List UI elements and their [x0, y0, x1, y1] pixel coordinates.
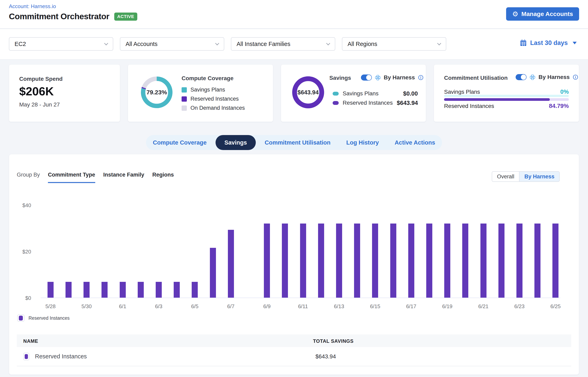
harness-logo-icon: [530, 74, 535, 80]
legend-label: Reserved Instances: [29, 316, 69, 321]
x-axis-label: 6/25: [550, 303, 561, 310]
bar-6/19: [444, 224, 450, 298]
savings-by-harness-toggle[interactable]: [361, 74, 372, 81]
chevron-down-icon: [215, 41, 219, 45]
chevron-down-icon: [326, 41, 330, 45]
reserved-instances-progress: [444, 98, 569, 101]
page-title: Commitment Orchestrator: [9, 12, 109, 21]
bar-6/9: [264, 224, 270, 298]
x-axis-label: 6/3: [155, 303, 162, 310]
date-range-picker[interactable]: Last 30 days: [520, 39, 577, 47]
bar-6/18: [426, 224, 432, 298]
info-icon[interactable]: [573, 74, 578, 80]
x-axis-label: 6/5: [191, 303, 198, 310]
y-axis-label: $40: [13, 202, 31, 209]
row-total-savings: $643.94: [315, 353, 336, 360]
chevron-down-icon: [437, 41, 441, 45]
x-axis-label: 6/11: [298, 303, 308, 310]
bar-6/24: [534, 224, 541, 298]
bar-6/23: [516, 224, 522, 298]
filter-select[interactable]: All Regions: [342, 37, 446, 51]
savings-donut: $643.94: [291, 75, 325, 109]
x-axis-label: 6/9: [263, 303, 271, 310]
summary-cards: Compute Spend $206K May 28 - Jun 27 79.2…: [9, 64, 579, 122]
x-axis-label: 6/15: [370, 303, 380, 310]
group-by-regions[interactable]: Regions: [152, 172, 174, 183]
utilisation-row: Savings Plans0%: [444, 88, 569, 95]
filter-select[interactable]: All Instance Families: [231, 37, 335, 51]
legend-checkbox[interactable]: [17, 314, 24, 322]
by-harness-label: By Harness: [538, 74, 570, 80]
x-axis-label: 6/13: [334, 303, 344, 310]
compute-coverage-card: 79.23% Compute Coverage Savings PlansRes…: [128, 64, 273, 122]
group-by-instance-family[interactable]: Instance Family: [103, 172, 144, 183]
bar-6/2: [138, 282, 144, 298]
group-by-row: Group By Commitment TypeInstance FamilyR…: [17, 172, 174, 183]
savings-title: Savings: [329, 75, 351, 81]
savings-legend-item: Reserved Instances$643.94: [333, 98, 418, 107]
savings-bar-chart: 5/285/306/16/36/56/76/96/116/136/156/176…: [41, 205, 560, 298]
compute-coverage-donut: 79.23%: [140, 75, 174, 109]
x-axis-label: 6/21: [478, 303, 488, 310]
status-badge: ACTIVE: [114, 12, 137, 21]
utilisation-by-harness-toggle[interactable]: [516, 74, 527, 80]
bar-6/20: [462, 224, 468, 298]
view-overall[interactable]: Overall: [492, 172, 519, 181]
bar-5/28: [47, 282, 54, 298]
tab-active-actions[interactable]: Active Actions: [395, 139, 435, 146]
chart-legend: Reserved Instances: [17, 314, 69, 322]
commitment-utilisation-card: Commitment Utilisation By Harness Saving…: [434, 64, 579, 122]
group-by-commitment-type[interactable]: Commitment Type: [48, 172, 95, 183]
compute-coverage-title: Compute Coverage: [182, 75, 233, 82]
bar-6/6: [210, 248, 216, 298]
tab-compute-coverage[interactable]: Compute Coverage: [153, 139, 207, 146]
coverage-legend-item: On Demand Instances: [182, 104, 245, 113]
compute-spend-period: May 28 - Jun 27: [19, 101, 60, 108]
row-name: Reserved Instances: [35, 353, 87, 360]
bar-6/13: [336, 224, 342, 298]
utilisation-row: Reserved Instances84.79%: [444, 103, 569, 109]
savings-plans-progress: [444, 95, 569, 97]
x-axis-label: 6/17: [406, 303, 416, 310]
tab-log-history[interactable]: Log History: [346, 139, 379, 146]
page-header: Account: Harness.io Commitment Orchestra…: [0, 0, 588, 29]
info-icon[interactable]: [418, 75, 423, 80]
row-swatch: [23, 353, 29, 360]
x-axis-label: 5/28: [45, 303, 55, 310]
filter-bar: EC2All AccountsAll Instance FamiliesAll …: [0, 29, 588, 60]
bar-6/15: [372, 224, 378, 298]
bar-5/30: [84, 282, 89, 298]
x-axis-label: 6/19: [442, 303, 453, 310]
calendar-icon: [520, 39, 527, 47]
bar-6/16: [390, 224, 396, 298]
bar-6/5: [192, 282, 198, 298]
section-tabs: Compute CoverageSavingsCommitment Utilis…: [146, 135, 442, 150]
filter-select[interactable]: All Accounts: [120, 37, 224, 51]
coverage-legend-item: Reserved Instances: [182, 94, 245, 104]
manage-accounts-button[interactable]: ⚙ Manage Accounts: [506, 7, 579, 21]
account-breadcrumb-link[interactable]: Account: Harness.io: [9, 3, 56, 10]
y-axis-label: $0: [13, 295, 31, 301]
bar-6/10: [282, 224, 288, 298]
coverage-percent: 79.23%: [140, 75, 174, 109]
harness-logo-icon: [375, 75, 380, 80]
compute-spend-card: Compute Spend $206K May 28 - Jun 27: [9, 64, 120, 122]
bar-5/29: [66, 282, 72, 298]
bar-6/12: [318, 224, 324, 298]
view-by-harness[interactable]: By Harness: [519, 172, 559, 181]
tab-commitment-utilisation[interactable]: Commitment Utilisation: [265, 139, 330, 146]
col-name: NAME: [23, 338, 38, 344]
tab-savings[interactable]: Savings: [216, 135, 256, 150]
table-row[interactable]: Reserved Instances$643.94: [17, 347, 571, 366]
coverage-legend-item: Savings Plans: [182, 85, 245, 94]
compute-spend-value: $206K: [19, 84, 54, 98]
filter-select[interactable]: EC2: [9, 37, 113, 51]
compute-spend-title: Compute Spend: [19, 76, 63, 82]
bar-6/22: [499, 224, 504, 298]
chevron-down-icon: [573, 42, 577, 44]
bar-5/31: [101, 282, 108, 298]
savings-panel: Group By Commitment TypeInstance FamilyR…: [9, 154, 579, 375]
savings-total: $643.94: [291, 75, 325, 109]
savings-legend-item: Savings Plans$0.00: [333, 89, 418, 98]
bar-6/14: [354, 224, 360, 298]
